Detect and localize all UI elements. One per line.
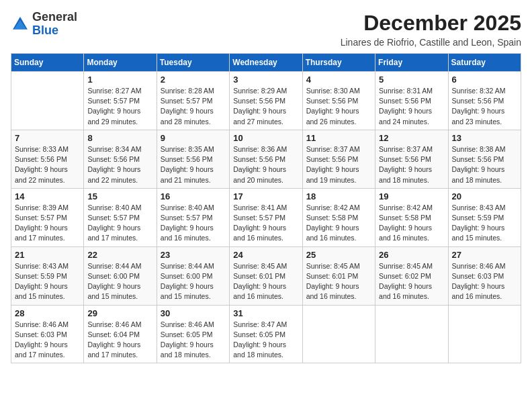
day-number: 13	[452, 133, 517, 143]
logo-text: General Blue	[32, 11, 77, 38]
day-info: Sunrise: 8:38 AMSunset: 5:56 PMDaylight:…	[452, 144, 517, 185]
day-number: 16	[161, 191, 226, 201]
calendar-cell: 18Sunrise: 8:42 AMSunset: 5:58 PMDayligh…	[302, 188, 375, 246]
day-number: 12	[379, 133, 444, 143]
day-info: Sunrise: 8:36 AMSunset: 5:56 PMDaylight:…	[233, 144, 298, 185]
calendar-cell	[11, 72, 84, 130]
day-number: 25	[306, 250, 371, 260]
week-row-5: 28Sunrise: 8:46 AMSunset: 6:03 PMDayligh…	[11, 305, 521, 363]
calendar-table: SundayMondayTuesdayWednesdayThursdayFrid…	[11, 53, 521, 363]
day-info: Sunrise: 8:39 AMSunset: 5:57 PMDaylight:…	[15, 203, 80, 244]
day-number: 22	[87, 250, 152, 260]
day-number: 5	[379, 75, 444, 85]
day-info: Sunrise: 8:31 AMSunset: 5:56 PMDaylight:…	[379, 86, 444, 127]
day-number: 11	[306, 133, 371, 143]
day-number: 8	[87, 133, 152, 143]
day-info: Sunrise: 8:44 AMSunset: 6:00 PMDaylight:…	[87, 261, 152, 302]
day-number: 4	[306, 75, 371, 85]
calendar-cell: 13Sunrise: 8:38 AMSunset: 5:56 PMDayligh…	[448, 130, 521, 188]
day-info: Sunrise: 8:45 AMSunset: 6:02 PMDaylight:…	[379, 261, 444, 302]
calendar-cell: 1Sunrise: 8:27 AMSunset: 5:57 PMDaylight…	[84, 72, 157, 130]
weekday-header-friday: Friday	[375, 54, 448, 72]
day-number: 17	[233, 191, 298, 201]
header: General Blue December 2025 Linares de Ri…	[11, 11, 521, 48]
weekday-header-wednesday: Wednesday	[230, 54, 302, 72]
calendar-cell: 16Sunrise: 8:40 AMSunset: 5:57 PMDayligh…	[157, 188, 229, 246]
day-info: Sunrise: 8:29 AMSunset: 5:56 PMDaylight:…	[233, 86, 298, 127]
calendar-cell: 11Sunrise: 8:37 AMSunset: 5:56 PMDayligh…	[302, 130, 375, 188]
week-row-2: 7Sunrise: 8:33 AMSunset: 5:56 PMDaylight…	[11, 130, 521, 188]
logo-icon	[11, 15, 30, 34]
day-info: Sunrise: 8:46 AMSunset: 6:03 PMDaylight:…	[452, 261, 517, 302]
day-info: Sunrise: 8:34 AMSunset: 5:56 PMDaylight:…	[87, 144, 152, 185]
weekday-header-sunday: Sunday	[11, 54, 84, 72]
day-info: Sunrise: 8:37 AMSunset: 5:56 PMDaylight:…	[379, 144, 444, 185]
calendar-cell: 22Sunrise: 8:44 AMSunset: 6:00 PMDayligh…	[84, 246, 157, 305]
calendar-cell: 9Sunrise: 8:35 AMSunset: 5:56 PMDaylight…	[157, 130, 229, 188]
week-row-4: 21Sunrise: 8:43 AMSunset: 5:59 PMDayligh…	[11, 246, 521, 305]
day-number: 7	[15, 133, 80, 143]
calendar-cell	[302, 305, 375, 363]
page-container: General Blue December 2025 Linares de Ri…	[11, 11, 521, 363]
day-number: 3	[233, 75, 298, 85]
day-info: Sunrise: 8:35 AMSunset: 5:56 PMDaylight:…	[161, 144, 226, 185]
calendar-cell: 17Sunrise: 8:41 AMSunset: 5:57 PMDayligh…	[230, 188, 302, 246]
title-block: December 2025 Linares de Riofrio, Castil…	[341, 11, 521, 48]
calendar-cell	[448, 305, 521, 363]
day-info: Sunrise: 8:47 AMSunset: 6:05 PMDaylight:…	[233, 320, 298, 361]
day-number: 31	[233, 308, 298, 318]
calendar-cell: 7Sunrise: 8:33 AMSunset: 5:56 PMDaylight…	[11, 130, 84, 188]
calendar-cell: 27Sunrise: 8:46 AMSunset: 6:03 PMDayligh…	[448, 246, 521, 305]
day-info: Sunrise: 8:28 AMSunset: 5:57 PMDaylight:…	[161, 86, 226, 127]
calendar-cell: 26Sunrise: 8:45 AMSunset: 6:02 PMDayligh…	[375, 246, 448, 305]
day-info: Sunrise: 8:45 AMSunset: 6:01 PMDaylight:…	[306, 261, 371, 302]
calendar-cell: 5Sunrise: 8:31 AMSunset: 5:56 PMDaylight…	[375, 72, 448, 130]
day-info: Sunrise: 8:41 AMSunset: 5:57 PMDaylight:…	[233, 203, 298, 244]
weekday-header-saturday: Saturday	[448, 54, 521, 72]
calendar-cell: 24Sunrise: 8:45 AMSunset: 6:01 PMDayligh…	[230, 246, 302, 305]
subtitle: Linares de Riofrio, Castille and Leon, S…	[341, 37, 521, 48]
day-info: Sunrise: 8:37 AMSunset: 5:56 PMDaylight:…	[306, 144, 371, 185]
day-number: 15	[87, 191, 152, 201]
day-info: Sunrise: 8:45 AMSunset: 6:01 PMDaylight:…	[233, 261, 298, 302]
calendar-cell: 14Sunrise: 8:39 AMSunset: 5:57 PMDayligh…	[11, 188, 84, 246]
calendar-cell: 29Sunrise: 8:46 AMSunset: 6:04 PMDayligh…	[84, 305, 157, 363]
calendar-cell: 3Sunrise: 8:29 AMSunset: 5:56 PMDaylight…	[230, 72, 302, 130]
day-number: 30	[161, 308, 226, 318]
calendar-cell: 28Sunrise: 8:46 AMSunset: 6:03 PMDayligh…	[11, 305, 84, 363]
calendar-cell: 21Sunrise: 8:43 AMSunset: 5:59 PMDayligh…	[11, 246, 84, 305]
weekday-header-monday: Monday	[84, 54, 157, 72]
day-info: Sunrise: 8:40 AMSunset: 5:57 PMDaylight:…	[87, 203, 152, 244]
day-number: 28	[15, 308, 80, 318]
day-number: 21	[15, 250, 80, 260]
day-info: Sunrise: 8:42 AMSunset: 5:58 PMDaylight:…	[306, 203, 371, 244]
calendar-cell: 25Sunrise: 8:45 AMSunset: 6:01 PMDayligh…	[302, 246, 375, 305]
calendar-cell: 6Sunrise: 8:32 AMSunset: 5:56 PMDaylight…	[448, 72, 521, 130]
day-info: Sunrise: 8:32 AMSunset: 5:56 PMDaylight:…	[452, 86, 517, 127]
week-row-1: 1Sunrise: 8:27 AMSunset: 5:57 PMDaylight…	[11, 72, 521, 130]
calendar-cell: 20Sunrise: 8:43 AMSunset: 5:59 PMDayligh…	[448, 188, 521, 246]
calendar-cell: 4Sunrise: 8:30 AMSunset: 5:56 PMDaylight…	[302, 72, 375, 130]
calendar-cell: 10Sunrise: 8:36 AMSunset: 5:56 PMDayligh…	[230, 130, 302, 188]
day-number: 23	[161, 250, 226, 260]
calendar-cell: 15Sunrise: 8:40 AMSunset: 5:57 PMDayligh…	[84, 188, 157, 246]
day-info: Sunrise: 8:30 AMSunset: 5:56 PMDaylight:…	[306, 86, 371, 127]
day-info: Sunrise: 8:27 AMSunset: 5:57 PMDaylight:…	[87, 86, 152, 127]
day-info: Sunrise: 8:46 AMSunset: 6:05 PMDaylight:…	[161, 320, 226, 361]
day-number: 27	[452, 250, 517, 260]
day-info: Sunrise: 8:40 AMSunset: 5:57 PMDaylight:…	[161, 203, 226, 244]
calendar-cell: 23Sunrise: 8:44 AMSunset: 6:00 PMDayligh…	[157, 246, 229, 305]
calendar-body: 1Sunrise: 8:27 AMSunset: 5:57 PMDaylight…	[11, 72, 521, 363]
calendar-cell: 19Sunrise: 8:42 AMSunset: 5:58 PMDayligh…	[375, 188, 448, 246]
day-number: 10	[233, 133, 298, 143]
calendar-cell: 2Sunrise: 8:28 AMSunset: 5:57 PMDaylight…	[157, 72, 229, 130]
calendar-cell: 8Sunrise: 8:34 AMSunset: 5:56 PMDaylight…	[84, 130, 157, 188]
day-number: 6	[452, 75, 517, 85]
day-number: 9	[161, 133, 226, 143]
weekday-header-tuesday: Tuesday	[157, 54, 229, 72]
day-number: 24	[233, 250, 298, 260]
calendar-cell: 31Sunrise: 8:47 AMSunset: 6:05 PMDayligh…	[230, 305, 302, 363]
day-number: 2	[161, 75, 226, 85]
day-number: 26	[379, 250, 444, 260]
calendar-cell	[375, 305, 448, 363]
